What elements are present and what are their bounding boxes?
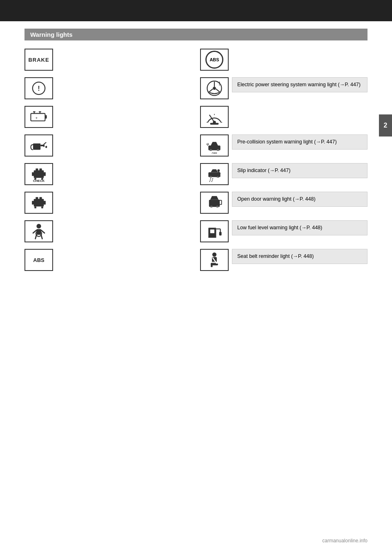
svg-rect-48 — [209, 149, 212, 151]
seatbelt-desc-text: Seat belt reminder light (→P. 448) — [237, 253, 314, 260]
engine-svg — [29, 195, 48, 210]
speed-sensor-icon — [200, 106, 229, 128]
svg-rect-17 — [32, 172, 34, 176]
svg-rect-65 — [216, 206, 218, 207]
open-door-desc-text: Open door warning light (→P. 448) — [237, 195, 316, 203]
svg-text:!: ! — [218, 81, 220, 87]
engine-check-icon: CHECK — [24, 163, 53, 185]
check-label: CHECK — [25, 179, 52, 183]
svg-rect-25 — [43, 201, 46, 204]
eps-steering-svg: ! — [205, 79, 223, 97]
pre-collision-svg: OFF — [205, 137, 223, 154]
content-area: BRAKE ! — [24, 49, 368, 278]
svg-rect-24 — [32, 201, 34, 204]
svg-rect-22 — [36, 197, 38, 199]
list-item: Seat belt reminder light (→P. 448) — [200, 249, 368, 271]
oil-can-svg — [30, 138, 47, 153]
svg-rect-23 — [40, 197, 42, 199]
abs-label: ABS — [33, 257, 44, 263]
svg-line-39 — [216, 89, 220, 92]
oil-pressure-icon: ! — [24, 77, 53, 99]
brake-icon: BRAKE — [24, 49, 53, 71]
battery-svg: + — [30, 109, 47, 125]
oil-can-icon — [24, 134, 53, 157]
svg-line-57 — [212, 178, 213, 182]
svg-line-38 — [208, 89, 213, 92]
svg-text:OFF: OFF — [212, 152, 217, 154]
svg-point-28 — [36, 224, 41, 228]
svg-rect-2 — [31, 114, 45, 121]
svg-rect-14 — [34, 170, 44, 178]
svg-line-42 — [209, 115, 214, 123]
svg-text:+: + — [36, 116, 38, 120]
low-fuel-icon — [200, 220, 229, 242]
svg-rect-26 — [34, 206, 36, 208]
svg-rect-49 — [217, 149, 219, 151]
list-item — [200, 106, 368, 128]
svg-rect-21 — [34, 199, 44, 206]
svg-rect-27 — [41, 206, 43, 208]
svg-rect-68 — [210, 230, 214, 233]
list-item: BRAKE — [24, 49, 192, 71]
svg-rect-18 — [43, 172, 46, 176]
eps-steering-icon: ! — [200, 77, 229, 99]
page-container: Warning lights 2 BRAKE ! — [0, 0, 392, 555]
list-item: ! Electric power steering system warning… — [200, 77, 368, 99]
open-door-description: Open door warning light (→P. 448) — [232, 192, 368, 207]
pre-collision-icon: OFF — [200, 134, 229, 157]
low-fuel-svg — [205, 223, 223, 239]
low-fuel-desc-text: Low fuel level warning light (→P. 448) — [237, 224, 322, 232]
svg-point-36 — [213, 87, 216, 90]
list-item — [24, 134, 192, 157]
top-bar — [0, 0, 392, 21]
eps-description: Electric power steering system warning l… — [232, 77, 368, 92]
speed-sensor-svg — [205, 109, 223, 125]
list-item: ABS — [200, 49, 368, 71]
slip-description: Slip indicator (→P. 447) — [232, 163, 368, 178]
pre-collision-desc-text: Pre-collision system warning light (→P. … — [237, 138, 337, 146]
open-door-icon — [200, 192, 229, 214]
low-fuel-description: Low fuel level warning light (→P. 448) — [232, 220, 368, 235]
svg-rect-9 — [33, 143, 40, 150]
list-item: Open door warning light (→P. 448) — [200, 192, 368, 214]
abs-circle-icon: ABS — [200, 49, 229, 71]
svg-line-51 — [207, 144, 208, 145]
svg-rect-71 — [219, 232, 222, 235]
seatbelt-icon — [200, 249, 229, 271]
slip-indicator-icon — [200, 163, 229, 185]
svg-rect-16 — [40, 168, 42, 171]
list-item: Slip indicator (→P. 447) — [200, 163, 368, 185]
battery-icon: + — [24, 106, 53, 128]
right-column: ABS — [196, 49, 368, 278]
svg-rect-64 — [210, 206, 213, 207]
eps-desc-text: Electric power steering system warning l… — [237, 81, 361, 89]
slip-indicator-svg — [205, 166, 223, 182]
list-item: OFF Pre-collision system warning light (… — [200, 134, 368, 157]
left-column: BRAKE ! — [24, 49, 196, 278]
svg-rect-3 — [45, 115, 47, 119]
svg-rect-46 — [210, 123, 219, 125]
svg-rect-76 — [211, 263, 212, 267]
list-item: ABS — [24, 249, 192, 271]
svg-line-56 — [209, 178, 211, 182]
svg-rect-29 — [36, 229, 41, 235]
seatbelt-svg — [205, 251, 223, 269]
abs-text-icon: ABS — [24, 249, 53, 271]
engine-icon — [24, 192, 53, 214]
list-item: + — [24, 106, 192, 128]
svg-rect-54 — [209, 176, 212, 177]
list-item — [24, 220, 192, 242]
circle-i-svg: ! — [30, 81, 47, 96]
brake-label: BRAKE — [28, 57, 49, 63]
svg-rect-63 — [209, 200, 220, 207]
section-header: Warning lights — [24, 29, 368, 40]
svg-point-73 — [212, 253, 216, 257]
svg-point-58 — [217, 169, 220, 172]
chapter-tab: 2 — [379, 114, 392, 137]
svg-point-13 — [45, 146, 47, 148]
srs-icon — [24, 220, 53, 242]
list-item: Low fuel level warning light (→P. 448) — [200, 220, 368, 242]
slip-desc-text: Slip indicator (→P. 447) — [237, 167, 290, 175]
svg-line-12 — [44, 142, 47, 144]
open-door-svg — [205, 195, 223, 211]
